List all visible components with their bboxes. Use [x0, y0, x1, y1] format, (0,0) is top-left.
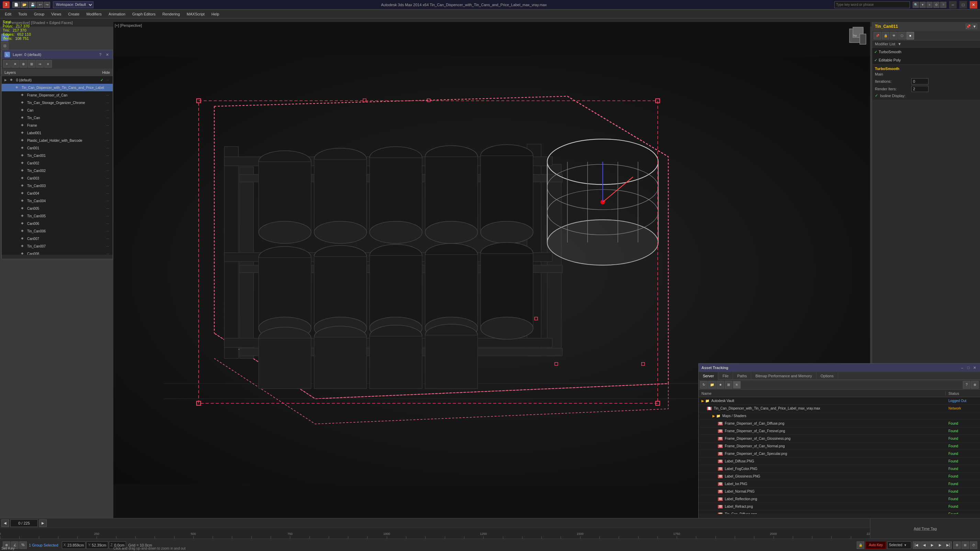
menu-tools[interactable]: Tools	[15, 10, 30, 19]
key-mode-btn[interactable]: ⊞	[961, 541, 969, 549]
search-options-icon[interactable]: ▼	[920, 2, 926, 8]
undo-btn[interactable]: ↩	[37, 2, 43, 8]
asset-row[interactable]: 🖼 Label_Glossiness.PNG Found	[699, 473, 980, 480]
modifier-list-dropdown[interactable]: ▼	[897, 42, 901, 46]
modifier-shade-btn[interactable]: ■	[907, 32, 914, 40]
maximize-button[interactable]: □	[959, 1, 967, 9]
layer-item[interactable]: ▶◈Tin_Can_Storage_Organizer_Chrome···	[2, 99, 113, 106]
asset-view-toggle-btn[interactable]: ⊞	[725, 381, 732, 389]
layer-item[interactable]: ▶◈Tin_Can001···	[2, 152, 113, 159]
search-filter-icon[interactable]: ≡	[926, 2, 932, 8]
layers-add-btn[interactable]: ⊕	[19, 60, 27, 68]
go-end-btn[interactable]: ▶|	[944, 541, 952, 549]
key-filter-btn[interactable]: ⚙	[953, 541, 961, 549]
layer-item[interactable]: ▶◈0 (default)✓···	[2, 76, 113, 84]
asset-row[interactable]: 🖼 Label_Refract.png Found	[699, 503, 980, 510]
pin-stack-btn[interactable]: 📌	[873, 32, 881, 40]
save-btn[interactable]: 💾	[29, 2, 37, 8]
asset-row[interactable]: 🖼 Frame_Dispenser_of_Can_Normal.png Foun…	[699, 443, 980, 450]
layer-item[interactable]: ▶◈Tin_Can004···	[2, 197, 113, 205]
layer-item[interactable]: ▶◈Label001···	[2, 129, 113, 137]
layers-delete-btn[interactable]: ✕	[11, 60, 19, 68]
menu-modifiers[interactable]: Modifiers	[83, 10, 105, 19]
layers-panel-close[interactable]: ✕	[104, 52, 110, 57]
asset-row[interactable]: 📄 Tin_Can_Dispencer_with_Tin_Cans_and_Pr…	[699, 405, 980, 412]
asset-table[interactable]: ▶ 📁 Autodesk Vault Logged Out 📄 Tin_Can_…	[699, 397, 980, 514]
workspace-select[interactable]: Workspace: Default	[53, 2, 94, 8]
modifier-show-btn[interactable]: 👁	[890, 32, 897, 40]
layer-item[interactable]: ▶◈Can008···	[2, 250, 113, 255]
prev-frame-btn[interactable]: ◀	[921, 541, 928, 549]
layers-options-btn[interactable]: ≡	[44, 60, 52, 68]
tab-options[interactable]: Options	[816, 372, 838, 380]
asset-scrollbar-h[interactable]	[699, 514, 980, 518]
asset-panel-maximize[interactable]: □	[966, 365, 971, 370]
add-time-tag-label[interactable]: Add Time Tag	[914, 527, 937, 531]
asset-row[interactable]: ▶ 📁 Autodesk Vault Logged Out	[699, 397, 980, 405]
turbosmoothmod-item[interactable]: ✓ TurboSmooth	[872, 48, 980, 56]
tab-server[interactable]: Server	[699, 372, 718, 380]
lock-selection-btn[interactable]: 🔒	[857, 541, 864, 549]
asset-row[interactable]: 🖼 Label_FogColor.PNG Found	[699, 465, 980, 473]
layers-select-btn[interactable]: ⊞	[28, 60, 35, 68]
asset-list-btn[interactable]: ≡	[733, 381, 741, 389]
menu-help[interactable]: Help	[208, 10, 223, 19]
menu-group[interactable]: Group	[30, 10, 48, 19]
menu-edit[interactable]: Edit	[2, 10, 15, 19]
redo-btn[interactable]: ↪	[44, 2, 50, 8]
search-icon[interactable]: 🔍	[913, 2, 919, 8]
menu-maxscript[interactable]: MAXScript	[183, 10, 208, 19]
layer-item[interactable]: ▶◈Can006···	[2, 220, 113, 227]
asset-refresh-btn[interactable]: ↻	[700, 381, 708, 389]
asset-row[interactable]: 🖼 Tin_Can_Diffuse.png Found	[699, 510, 980, 514]
menu-rendering[interactable]: Rendering	[159, 10, 183, 19]
asset-row[interactable]: ▶ 📁 Maps / Shaders	[699, 412, 980, 420]
go-start-btn[interactable]: |◀	[913, 541, 920, 549]
timeline-scroll-left[interactable]: ◀	[2, 519, 9, 527]
asset-row[interactable]: 🖼 Frame_Dispenser_of_Can_Glossiness.png …	[699, 435, 980, 443]
layer-item[interactable]: ▶◈Can007···	[2, 235, 113, 242]
layer-item[interactable]: ▶◈Can004···	[2, 189, 113, 197]
modifier-options-btn[interactable]: ▼	[972, 24, 977, 29]
menu-graph-editors[interactable]: Graph Editors	[129, 10, 159, 19]
asset-panel-minimize[interactable]: –	[959, 365, 965, 370]
layers-scrollbar[interactable]	[2, 255, 113, 259]
layer-item[interactable]: ▶◈Tin_Can003···	[2, 182, 113, 189]
tab-file[interactable]: File	[718, 372, 733, 380]
layers-panel-help[interactable]: ?	[97, 52, 103, 57]
iterations-input[interactable]	[911, 78, 929, 84]
open-btn[interactable]: 📂	[21, 2, 28, 8]
asset-row[interactable]: 🖼 Frame_Dispenser_of_Can_Diffuse.png Fou…	[699, 420, 980, 427]
layer-item[interactable]: ▶◈Can···	[2, 106, 113, 114]
viewport-orientation-cube[interactable]: Top	[846, 25, 867, 46]
asset-highlight-btn[interactable]: ★	[716, 381, 724, 389]
asset-help-btn[interactable]: ?	[963, 381, 970, 389]
layers-list[interactable]: ▶◈0 (default)✓···▶◈Tin_Can_Dispencer_wit…	[2, 76, 113, 255]
layer-item[interactable]: ▶◈Can005···	[2, 205, 113, 212]
asset-row[interactable]: 🖼 Label_Diffuse.PNG Found	[699, 457, 980, 465]
next-frame-btn[interactable]: ▶	[936, 541, 944, 549]
asset-locate-btn[interactable]: 📁	[708, 381, 716, 389]
frame-display[interactable]: 0 / 225	[10, 519, 38, 527]
layer-item[interactable]: ▶◈Can002···	[2, 159, 113, 167]
asset-panel-close[interactable]: ✕	[972, 365, 977, 370]
asset-row[interactable]: 🖼 Label_Ior.PNG Found	[699, 480, 980, 488]
play-btn[interactable]: ▶	[929, 541, 936, 549]
asset-row[interactable]: 🖼 Label_Reflection.png Found	[699, 495, 980, 503]
close-button[interactable]: ✕	[970, 1, 977, 9]
modifier-lock-btn[interactable]: 🔒	[882, 32, 889, 40]
settings-icon[interactable]: ⚙	[933, 2, 939, 8]
layer-item[interactable]: ▶◈Can001···	[2, 144, 113, 152]
time-config-btn[interactable]: ⏱	[970, 541, 977, 549]
editablepoly-item[interactable]: ✓ Editable Poly	[872, 56, 980, 64]
search-input[interactable]	[834, 2, 910, 8]
timeline-ruler[interactable]: 0250500750100012501500175020002250	[0, 528, 870, 539]
menu-animation[interactable]: Animation	[105, 10, 129, 19]
isoline-check[interactable]: ✓	[875, 94, 878, 98]
render-iters-input[interactable]	[911, 86, 929, 92]
menu-create[interactable]: Create	[65, 10, 83, 19]
timeline-scroll-right[interactable]: ▶	[39, 519, 47, 527]
modifier-wire-btn[interactable]: ⬡	[898, 32, 906, 40]
layer-item[interactable]: ▶◈Tin_Can005···	[2, 212, 113, 220]
tab-bitmap-perf[interactable]: Bitmap Performance and Memory	[751, 372, 816, 380]
